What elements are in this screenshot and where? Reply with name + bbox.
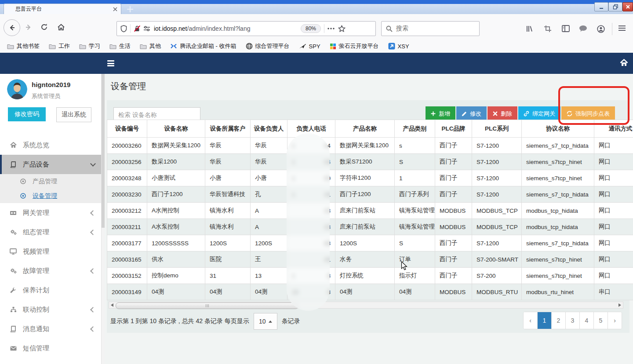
bookmark-star-icon[interactable] — [338, 25, 346, 33]
cell-device-name: 小唐测试 — [147, 170, 205, 186]
page-actions-icon[interactable] — [327, 28, 335, 29]
reload-icon[interactable] — [40, 23, 48, 31]
forward-icon[interactable] — [25, 23, 33, 31]
sidebar-item-video-management[interactable]: 视频管理 — [0, 242, 101, 261]
browser-tab[interactable]: 思普云平台 — [4, 4, 121, 14]
table-row[interactable]: 200003230 西门子1200 华辰智通科技 孔 131 西门子1200 西… — [107, 186, 633, 203]
navbar-home-icon[interactable] — [620, 59, 628, 67]
column-header: PLC品牌 — [435, 120, 472, 138]
window-close-button[interactable] — [622, 2, 633, 11]
force-sync-button[interactable]: 强制同步点表 — [561, 106, 615, 121]
page-button[interactable]: 2 — [551, 312, 565, 329]
add-button[interactable]: 新增 — [426, 106, 455, 121]
bullseye-icon — [19, 193, 26, 199]
table-header-row: 设备编号设备名称设备所属客户设备负责人负责人电话产品名称产品类别PLC品牌PLC… — [107, 120, 633, 138]
bookmark-folder[interactable]: 生活 — [109, 42, 131, 50]
home-icon[interactable] — [57, 23, 65, 31]
sidebar-item-config-management[interactable]: 组态管理 — [0, 222, 101, 242]
table-row[interactable]: 200003177 1200SSSSSS 1200S 1200S 88 1200… — [107, 235, 633, 251]
new-tab-icon[interactable] — [126, 5, 135, 13]
permissions-icon[interactable] — [143, 25, 150, 32]
cell-plc-brand: 西门子 — [435, 138, 472, 154]
bookmark-spy[interactable]: SPY — [299, 43, 320, 50]
monitor-icon — [10, 248, 17, 255]
bookmark-folder[interactable]: 学习 — [79, 42, 100, 50]
screenshot-icon[interactable] — [544, 25, 552, 33]
table-row[interactable]: 200003152 控制demo 31 13 18 灯控系统 指示灯 西门子 S… — [107, 268, 633, 284]
sidebar-scrollbar-thumb[interactable] — [102, 74, 105, 228]
edit-button[interactable]: 修改 — [456, 106, 487, 121]
url-bar[interactable]: iot.idosp.net/admin/index.html?lang 80% — [116, 21, 376, 36]
account-icon[interactable] — [597, 25, 605, 33]
scroll-right-arrow[interactable] — [617, 302, 623, 308]
delete-button[interactable]: 删除 — [487, 106, 517, 121]
records-summary-text: 显示第 1 到第 10 条记录 , 总共 42 条记录 每页显示 — [110, 317, 249, 325]
back-button[interactable] — [4, 19, 20, 36]
bookmark-tencent-mail[interactable]: 腾讯企业邮箱 - 收件箱 — [170, 42, 236, 50]
sidebar-item-space-management[interactable]: 空间管理 — [0, 358, 101, 364]
bookmark-folder[interactable]: 其他书签 — [7, 42, 40, 50]
page-size-dropdown[interactable]: 10 — [254, 313, 277, 330]
bookmark-ezviz[interactable]: 萤石云开放平台 — [330, 42, 379, 50]
page-button[interactable]: ‹ — [524, 312, 537, 329]
sidebar-toggle-icon[interactable] — [562, 25, 570, 32]
cell-product-name: 庶来门前泵站 — [335, 203, 395, 219]
bind-gateway-button[interactable]: 绑定网关 — [518, 106, 560, 121]
pagination-controls: ‹12345› — [523, 312, 622, 329]
insecure-lock-icon[interactable] — [134, 25, 141, 32]
table-row[interactable]: 200003149 04测 04测 04测 158 04测 04测 MODBUS… — [107, 284, 633, 300]
sidebar-item-system-overview[interactable]: 系统总览 — [0, 135, 101, 155]
table-row[interactable]: 200003212 A水闸控制 镇海水利 A 33 庶来门前泵站 镇海泵站管理 … — [107, 203, 633, 219]
sidebar-item-product-device[interactable]: 产品设备 — [0, 155, 101, 174]
sidebar-item-maintenance-plan[interactable]: 保养计划 — [0, 280, 101, 300]
page-button[interactable]: 3 — [565, 312, 579, 329]
page-button[interactable]: 5 — [593, 312, 608, 329]
table-row[interactable]: 200003211 A水泵控制 镇海水利 A 33 庶来门前泵站 镇海泵站管理 … — [107, 219, 633, 235]
sidebar-item-product-management[interactable]: 产品管理 — [0, 174, 101, 189]
window-restore-button[interactable] — [608, 2, 622, 11]
envelope-icon — [10, 346, 17, 351]
user-role: 系统管理员 — [32, 92, 60, 100]
sidebar-item-sms-management[interactable]: 短信管理 — [0, 339, 101, 358]
shield-icon[interactable] — [120, 25, 127, 33]
feedback-bubble-icon[interactable] — [579, 25, 587, 32]
sidebar-item-fault-management[interactable]: 故障管理 — [0, 261, 101, 280]
bookmark-mgmt-platform[interactable]: 综合管理平台 — [246, 42, 290, 50]
sidebar-collapse-icon[interactable] — [107, 60, 114, 66]
column-header: 设备名称 — [147, 120, 205, 138]
scrollbar-thumb[interactable] — [116, 302, 298, 309]
table-row[interactable]: 200003165 供水 医院 王 41 水务 订单 西门子 S7-200-SM… — [107, 251, 633, 268]
browser-search-bar[interactable]: 搜索 — [381, 21, 480, 36]
sidebar-item-gateway-management[interactable]: 网关管理 — [0, 203, 101, 222]
menu-hamburger-icon[interactable] — [618, 25, 626, 31]
cell-protocol: modbus_tcp_hidata — [522, 219, 594, 235]
cell-comm-type: 网口 — [594, 186, 633, 203]
zoom-level-badge[interactable]: 80% — [301, 24, 321, 33]
cell-comm-type: 网口 — [594, 170, 633, 186]
logout-button[interactable]: 退出系统 — [56, 107, 91, 122]
bookmark-folder[interactable]: 工作 — [49, 42, 70, 50]
bookmark-xsy[interactable]: XSY — [388, 43, 409, 50]
cell-plc-series: S7-1200 — [472, 154, 522, 170]
table-horizontal-scrollbar[interactable] — [109, 302, 623, 309]
avatar[interactable] — [7, 79, 27, 99]
sidebar-item-device-management[interactable]: 设备管理 — [0, 189, 101, 203]
library-icon[interactable] — [526, 25, 534, 33]
table-row[interactable]: 200003256 数采1200 华辰 华辰 104 数采S71200 S 西门… — [107, 154, 633, 170]
url-text: iot.idosp.net/admin/index.html?lang — [154, 25, 299, 32]
page-button[interactable]: 4 — [579, 312, 593, 329]
window-minimize-button[interactable] — [594, 2, 608, 11]
page-button[interactable]: 1 — [537, 312, 551, 329]
table-row[interactable]: 200003248 小唐测试 小唐 小唐 100 字符串1200 1 西门子 S… — [107, 170, 633, 186]
cell-device-name: 西门子1200 — [147, 186, 205, 203]
cell-protocol: siemens_s7tcp_hinet — [522, 170, 594, 186]
bookmark-folder[interactable]: 其他 — [140, 42, 161, 50]
sidebar-item-message-notification[interactable]: 消息通知 — [0, 319, 101, 339]
sidebar-item-linkage-control[interactable]: 联动控制 — [0, 300, 101, 319]
page-button[interactable]: › — [608, 312, 622, 329]
change-password-button[interactable]: 修改密码 — [8, 107, 46, 121]
table-row[interactable]: 200003260 数据网关采集1200 华辰 华辰 104 数据网关采集120… — [107, 138, 633, 154]
tencent-mail-icon — [170, 43, 177, 49]
tab-close-icon[interactable] — [113, 7, 117, 11]
scroll-left-arrow[interactable] — [109, 302, 115, 308]
